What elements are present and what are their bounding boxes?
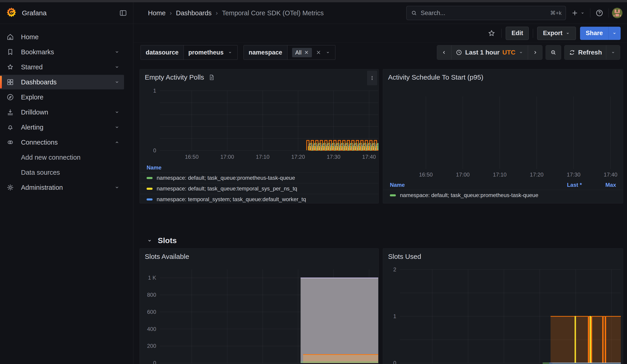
- sidebar-item-label: Bookmarks: [21, 48, 54, 56]
- slots-available-chart[interactable]: 16:5017:0017:1017:2017:3017:400200400600…: [140, 249, 379, 364]
- search-shortcut: ⌘+k: [550, 10, 562, 16]
- sidebar-item-home[interactable]: Home: [0, 30, 124, 44]
- compass-icon: [6, 93, 15, 101]
- os-titlebar-strip: [0, 0, 627, 2]
- user-avatar[interactable]: [612, 8, 623, 18]
- chevron-down-icon: [227, 50, 233, 55]
- sidebar-item-label: Connections: [21, 139, 58, 146]
- breadcrumb-item[interactable]: Home: [148, 9, 165, 17]
- divider: [501, 29, 502, 38]
- chevron-down-icon[interactable]: [114, 124, 120, 130]
- time-range-group: Last 1 hour UTC: [437, 45, 542, 60]
- sidebar-item-administration[interactable]: Administration: [0, 180, 124, 195]
- legend-row[interactable]: namespace: default; task_queue:prometheu…: [383, 190, 623, 201]
- export-button[interactable]: Export: [537, 27, 576, 40]
- chevron-down-icon[interactable]: [114, 109, 120, 115]
- chevron-down-icon: [612, 31, 617, 36]
- svg-text:17:30: 17:30: [567, 171, 580, 178]
- sidebar-item-label: Alerting: [21, 124, 43, 131]
- sidebar-item-explore[interactable]: Explore: [0, 90, 124, 104]
- clear-selection-icon[interactable]: [315, 50, 321, 55]
- bookmark-icon: [6, 48, 15, 56]
- svg-text:17:20: 17:20: [291, 154, 305, 160]
- breadcrumb-separator: ›: [170, 9, 172, 17]
- legend-row[interactable]: namespace: default; task_queue:prometheu…: [140, 172, 378, 183]
- sidebar-item-label: Drilldown: [21, 108, 48, 116]
- sidebar-item-data-sources[interactable]: Data sources: [0, 165, 124, 180]
- refresh-icon: [569, 49, 575, 56]
- top-navigation-bar: Grafana Home›Dashboards›Temporal Core SD…: [0, 2, 627, 24]
- sidebar-item-label: Administration: [21, 184, 63, 191]
- chevron-down-icon[interactable]: [114, 79, 120, 85]
- sidebar-item-connections[interactable]: Connections: [0, 135, 124, 150]
- chevron-down-icon[interactable]: [114, 64, 120, 70]
- datasource-variable[interactable]: datasource prometheus: [140, 45, 238, 60]
- legend-series-swatch: [147, 177, 153, 179]
- refresh-button[interactable]: Refresh: [565, 45, 606, 59]
- svg-text:0: 0: [153, 147, 156, 154]
- chevron-up-icon[interactable]: [114, 139, 120, 145]
- sidebar-item-bookmarks[interactable]: Bookmarks: [0, 45, 124, 59]
- sidebar-item-label: Explore: [21, 94, 43, 101]
- refresh-interval-button[interactable]: [606, 45, 620, 59]
- panel-activity-schedule-to-start: Activity Schedule To Start (p95) 16:5017…: [383, 69, 623, 204]
- share-options-button[interactable]: [608, 27, 621, 40]
- breadcrumb-item[interactable]: Dashboards: [176, 9, 211, 17]
- slots-used-chart[interactable]: 16:5017:0017:1017:2017:3017:40012: [383, 249, 623, 364]
- datasource-label: datasource: [141, 45, 184, 59]
- namespace-chip-all[interactable]: All ✕: [292, 48, 312, 57]
- legend-column-max[interactable]: Max: [582, 182, 616, 188]
- dashboard-toolbar: Edit Export Share: [134, 24, 627, 42]
- legend-series-label: namespace: default; task_queue:prometheu…: [400, 192, 538, 199]
- sidebar-item-add-new-connection[interactable]: Add new connection: [0, 150, 124, 165]
- svg-text:0: 0: [153, 360, 156, 364]
- section-collapse-chevron-icon[interactable]: [146, 237, 153, 244]
- favorite-star-icon[interactable]: [486, 29, 497, 38]
- sidebar-item-drilldown[interactable]: Drilldown: [0, 105, 124, 119]
- chevron-down-icon: [518, 50, 524, 55]
- legend-column-last[interactable]: Last *: [548, 182, 582, 188]
- chevron-down-icon[interactable]: [114, 185, 120, 190]
- share-button[interactable]: Share: [580, 27, 608, 40]
- mega-menu-dock-icon[interactable]: [119, 9, 127, 17]
- namespace-value-select[interactable]: All ✕: [288, 45, 335, 59]
- divider: [609, 8, 609, 18]
- chevron-down-icon: [580, 10, 585, 15]
- svg-text:0: 0: [393, 360, 396, 364]
- svg-text:1: 1: [153, 88, 156, 94]
- add-new-button[interactable]: [569, 9, 587, 17]
- namespace-variable[interactable]: namespace All ✕: [244, 45, 335, 60]
- zoom-out-group: [546, 45, 561, 60]
- svg-text:17:40: 17:40: [604, 171, 618, 178]
- zoom-out-button[interactable]: [546, 45, 561, 59]
- sidebar-item-dashboards[interactable]: Dashboards: [0, 75, 124, 89]
- datasource-value-select[interactable]: prometheus: [184, 45, 237, 59]
- dashboard-grid: Empty Activity Polls 16:5017:0017:1017:2…: [134, 62, 627, 364]
- help-button[interactable]: [593, 9, 605, 17]
- breadcrumb-item: Temporal Core SDK (OTel) Metrics: [222, 9, 323, 17]
- legend-row[interactable]: namespace: default; task_queue:temporal_…: [140, 183, 378, 194]
- star-icon: [6, 63, 15, 71]
- sidebar-item-alerting[interactable]: Alerting: [0, 120, 124, 135]
- time-shift-back-button[interactable]: [437, 45, 451, 59]
- time-range-picker[interactable]: Last 1 hour UTC: [451, 45, 528, 59]
- remove-chip-icon[interactable]: ✕: [304, 50, 309, 56]
- search-input[interactable]: Search... ⌘+k: [406, 6, 566, 20]
- breadcrumb: Home›Dashboards›Temporal Core SDK (OTel)…: [133, 2, 406, 24]
- drilldown-icon: [6, 108, 15, 116]
- row-section-slots[interactable]: Slots: [146, 236, 177, 245]
- legend-column-name[interactable]: Name: [390, 182, 405, 188]
- search-icon: [411, 9, 418, 16]
- svg-text:600: 600: [147, 309, 156, 315]
- chevron-down-icon[interactable]: [114, 49, 120, 55]
- sidebar-item-label: Starred: [21, 63, 43, 71]
- legend-column-name[interactable]: Name: [147, 164, 161, 171]
- svg-text:400: 400: [147, 326, 156, 332]
- time-shift-forward-button[interactable]: [528, 45, 542, 59]
- sidebar-item-starred[interactable]: Starred: [0, 60, 124, 74]
- chevron-down-icon: [325, 50, 331, 55]
- clock-icon: [456, 49, 462, 56]
- legend-row[interactable]: namespace: temporal_system; task_queue:d…: [140, 194, 378, 204]
- variables-and-time-bar: datasource prometheus namespace All ✕: [134, 42, 627, 62]
- edit-button[interactable]: Edit: [506, 27, 529, 40]
